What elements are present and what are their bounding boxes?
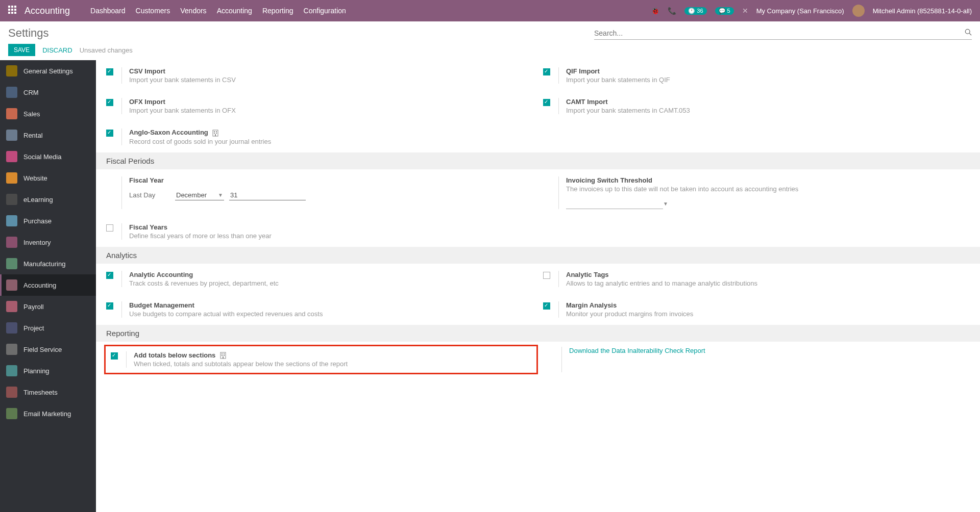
search-input[interactable] [594,29,965,37]
activity-badge[interactable]: 🕐 36 [684,7,706,15]
sidebar-item-label: Inventory [23,239,51,246]
sidebar-item-project[interactable]: Project [0,317,96,339]
avatar[interactable] [852,5,865,17]
setting-fiscal-year: Fiscal Year Last Day ▼ [101,173,538,212]
nav-dashboard[interactable]: Dashboard [90,7,126,15]
sidebar-item-rental[interactable]: Rental [0,124,96,146]
setting-title: Analytic Accounting [129,271,533,278]
sidebar-item-planning[interactable]: Planning [0,360,96,381]
sidebar-item-manufacturing[interactable]: Manufacturing [0,253,96,274]
settings-content[interactable]: CSV Import Import your bank statements i… [96,60,980,512]
app-title[interactable]: Accounting [24,6,70,16]
setting-title: Anglo-Saxon Accounting [129,129,533,137]
qif-import-checkbox[interactable] [543,68,550,75]
app-icon [6,322,17,334]
app-icon [6,215,17,226]
sidebar-item-label: Email Marketing [23,410,71,418]
svg-rect-21 [224,355,225,356]
app-icon [6,130,17,141]
svg-rect-0 [8,6,10,8]
sidebar-item-email-marketing[interactable]: Email Marketing [0,403,96,424]
setting-desc: Import your bank statements in CSV [129,76,533,84]
download-report-link[interactable]: Download the Data Inalterability Check R… [569,347,705,354]
sidebar-item-label: Purchase [23,217,52,225]
bug-icon[interactable]: 🐞 [651,7,659,15]
setting-title: Margin Analysis [566,301,970,309]
setting-csv-import: CSV Import Import your bank statements i… [101,64,538,87]
nav-accounting[interactable]: Accounting [217,7,252,15]
ofx-import-checkbox[interactable] [106,99,113,106]
save-button[interactable]: SAVE [8,44,35,56]
sidebar-item-payroll[interactable]: Payroll [0,296,96,317]
search-icon[interactable] [965,29,972,37]
svg-rect-22 [223,356,224,359]
fiscal-month-select[interactable] [175,190,224,200]
phone-icon[interactable]: 📞 [668,7,676,15]
sidebar-item-inventory[interactable]: Inventory [0,232,96,253]
svg-rect-4 [11,9,13,11]
section-reporting: Reporting [96,325,980,342]
sidebar-item-timesheets[interactable]: Timesheets [0,381,96,403]
sidebar-item-purchase[interactable]: Purchase [0,210,96,232]
totals-below-checkbox[interactable] [111,352,118,360]
building-icon [212,130,219,137]
apps-grid-icon[interactable] [8,6,16,16]
setting-desc: Import your bank statements in CAMT.053 [566,107,970,114]
nav-configuration[interactable]: Configuration [304,7,346,15]
breadcrumb-bar: Settings [0,21,980,40]
user-menu[interactable]: Mitchell Admin (8525881-14-0-all) [873,7,972,15]
budget-checkbox[interactable] [106,302,113,310]
nav-vendors[interactable]: Vendors [180,7,206,15]
settings-sidebar: General SettingsCRMSalesRentalSocial Med… [0,60,96,512]
setting-anglo-saxon: Anglo-Saxon Accounting Record cost of go… [101,125,538,148]
app-icon [6,87,17,98]
section-analytics: Analytics [96,247,980,264]
sidebar-item-label: Social Media [23,153,61,161]
app-icon [6,387,17,398]
fiscal-day-input[interactable] [229,190,306,200]
company-selector[interactable]: My Company (San Francisco) [756,7,844,15]
setting-desc: Record cost of goods sold in your journa… [129,138,533,145]
discard-button[interactable]: DISCARD [42,46,72,54]
csv-import-checkbox[interactable] [106,68,113,75]
nav-reporting[interactable]: Reporting [262,7,293,15]
setting-desc: Import your bank statements in OFX [129,107,533,114]
svg-rect-12 [214,131,215,132]
messages-badge[interactable]: 💬 5 [715,7,734,15]
setting-title: Fiscal Year [129,176,533,184]
sidebar-item-sales[interactable]: Sales [0,103,96,124]
setting-margin-analysis: Margin Analysis Monitor your product mar… [538,298,975,321]
svg-rect-8 [14,12,16,14]
nav-customers[interactable]: Customers [136,7,170,15]
fiscal-years-checkbox[interactable] [106,224,113,232]
svg-rect-14 [214,133,215,134]
app-icon [6,258,17,269]
svg-rect-7 [11,12,13,14]
anglo-saxon-checkbox[interactable] [106,130,113,137]
action-bar: SAVE DISCARD Unsaved changes [0,40,980,60]
sidebar-item-accounting[interactable]: Accounting [0,274,96,296]
setting-desc: Monitor your product margins from invoic… [566,310,970,318]
app-icon [6,194,17,205]
sidebar-item-field-service[interactable]: Field Service [0,339,96,360]
svg-point-9 [965,29,970,34]
margin-checkbox[interactable] [543,302,550,310]
sidebar-item-website[interactable]: Website [0,167,96,189]
sidebar-item-social-media[interactable]: Social Media [0,146,96,167]
setting-invoicing-threshold: Invoicing Switch Threshold The invoices … [538,173,975,212]
analytic-tags-checkbox[interactable] [543,272,550,279]
app-icon [6,151,17,162]
app-icon [6,237,17,248]
threshold-date-input[interactable] [566,199,663,209]
sidebar-item-general-settings[interactable]: General Settings [0,60,96,82]
close-icon[interactable]: ✕ [742,7,748,15]
sidebar-item-elearning[interactable]: eLearning [0,189,96,210]
setting-budget-management: Budget Management Use budgets to compare… [101,298,538,321]
app-icon [6,279,17,291]
app-icon [6,365,17,376]
sidebar-item-crm[interactable]: CRM [0,82,96,103]
camt-import-checkbox[interactable] [543,99,550,106]
svg-rect-19 [224,353,225,354]
setting-title: Fiscal Years [129,223,533,231]
analytic-accounting-checkbox[interactable] [106,272,113,279]
